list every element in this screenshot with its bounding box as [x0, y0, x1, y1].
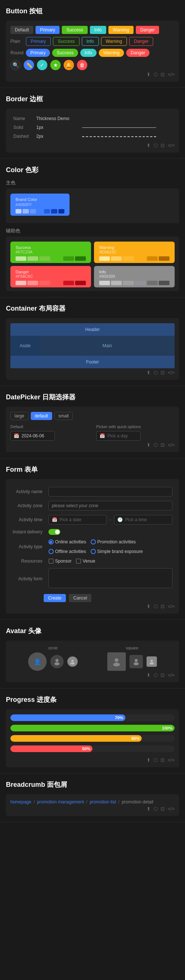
- toolbar-bookmark-icon[interactable]: ⬆: [146, 72, 151, 77]
- venue-check[interactable]: Venue: [76, 558, 95, 564]
- online-radio[interactable]: Online activities: [48, 539, 86, 544]
- breadcrumb-item-2[interactable]: promotion management: [37, 799, 84, 805]
- toolbar-icon-s[interactable]: ⊡: [161, 757, 165, 763]
- date-picker-input[interactable]: 📅 Pick a date: [48, 515, 107, 525]
- btn-warning[interactable]: Warning: [108, 26, 134, 34]
- toolbar-icon-d[interactable]: </>: [167, 370, 175, 375]
- btn-plain-info[interactable]: Info: [82, 37, 99, 46]
- brand-radio[interactable]: Simple brand exposure: [91, 549, 143, 554]
- btn-round-danger[interactable]: Danger: [126, 49, 150, 57]
- btn-round-info[interactable]: Info: [80, 49, 97, 57]
- resources-options: Sponsor Venue: [48, 558, 172, 564]
- toolbar-icon-3[interactable]: ⊡: [161, 143, 165, 148]
- activity-zone-select[interactable]: please select your zone: [48, 501, 172, 511]
- sponsor-check[interactable]: Sponsor: [48, 558, 72, 564]
- w-swatch-4: [135, 256, 146, 261]
- avatar-circle-group: circle 👤: [28, 646, 78, 671]
- btn-plain-danger[interactable]: Danger: [129, 37, 153, 46]
- button-plain-row: Plain Primary Success Info Warning Dange…: [10, 37, 175, 46]
- time-picker-input[interactable]: 🕐 Pick a time: [114, 515, 172, 525]
- color-title: Color 色彩: [6, 165, 179, 174]
- toolbar-icon-m[interactable]: ⬆: [146, 672, 151, 678]
- create-button[interactable]: Create: [43, 594, 66, 602]
- toolbar-icon-a[interactable]: ⬆: [146, 370, 151, 375]
- toolbar-icon-h[interactable]: </>: [167, 442, 175, 448]
- btn-round-primary[interactable]: Primary: [26, 49, 50, 57]
- toolbar-icon-t[interactable]: </>: [167, 757, 175, 763]
- progress-label-4: 50%: [82, 746, 90, 751]
- star-icon-circle[interactable]: ★: [50, 60, 61, 70]
- toolbar-icon-i[interactable]: ⬆: [146, 604, 151, 609]
- toolbar-icon-1[interactable]: ⬆: [146, 143, 151, 148]
- progress-demo: 70% 100% 80% 50%: [6, 709, 179, 767]
- btn-success[interactable]: Success: [62, 26, 87, 34]
- toolbar-expand-icon[interactable]: ⊡: [161, 72, 165, 77]
- btn-danger[interactable]: Danger: [136, 26, 159, 34]
- promotion-radio[interactable]: Promotion activities: [91, 539, 136, 544]
- breadcrumb-sep-3: /: [118, 799, 119, 805]
- activity-name-input[interactable]: [48, 487, 172, 496]
- promotion-radio-dot: [91, 539, 96, 544]
- btn-round-warning[interactable]: Warning: [99, 49, 124, 57]
- dp-default-col: Default 📅 2024-06-06: [10, 425, 89, 441]
- toolbar-icon-x[interactable]: </>: [167, 806, 175, 811]
- time-sep: -: [109, 517, 111, 522]
- toolbar-code-icon[interactable]: </>: [167, 72, 175, 77]
- btn-plain-warning[interactable]: Warning: [101, 37, 127, 46]
- offline-radio[interactable]: Offline activities: [48, 549, 86, 554]
- toolbar-icon-o[interactable]: ⊡: [161, 672, 165, 678]
- activity-form-textarea[interactable]: [48, 568, 172, 588]
- search-icon-circle[interactable]: 🔍: [10, 60, 21, 70]
- toolbar-icon-4[interactable]: </>: [167, 143, 175, 148]
- cancel-button[interactable]: Cancel: [69, 594, 92, 602]
- toolbar-icon-q[interactable]: ⬆: [146, 757, 151, 763]
- progress-section: Progress 进度条 70% 100% 80%: [0, 689, 185, 773]
- toolbar-icon-c[interactable]: ⊡: [161, 370, 165, 375]
- toolbar-copy-icon[interactable]: ⬡: [154, 72, 158, 77]
- edit-icon-circle[interactable]: ✏️: [24, 60, 34, 70]
- info-color-block: Info #909399: [94, 266, 175, 287]
- activity-form-cell: [47, 566, 174, 591]
- btn-round-success[interactable]: Success: [52, 49, 78, 57]
- toolbar-icon-k[interactable]: ⊡: [161, 604, 165, 609]
- instant-delivery-toggle[interactable]: [48, 529, 60, 535]
- toolbar-icon-l[interactable]: </>: [167, 604, 175, 609]
- toolbar-icon-v[interactable]: ⬡: [154, 806, 158, 811]
- toolbar-icon-n[interactable]: ⬡: [154, 672, 158, 678]
- trash-icon-circle[interactable]: 🗑: [77, 60, 87, 70]
- progress-label-3: 80%: [131, 736, 140, 741]
- svg-point-1: [55, 662, 60, 665]
- dp-tab-small[interactable]: small: [55, 412, 73, 420]
- toolbar-icon-g[interactable]: ⊡: [161, 442, 165, 448]
- btn-default[interactable]: Default: [10, 26, 33, 34]
- dp-tab-default[interactable]: default: [31, 412, 52, 420]
- avatar-square-medium: [130, 655, 143, 668]
- toolbar-icon-f[interactable]: ⬡: [154, 442, 158, 448]
- resources-cell: Sponsor Venue: [47, 557, 174, 566]
- toolbar-icon-r[interactable]: ⬡: [154, 757, 158, 763]
- s-swatch-5: [63, 256, 74, 261]
- info-label: Info: [99, 270, 169, 274]
- i-swatch-3: [123, 281, 134, 285]
- danger-label: Danger: [16, 270, 86, 274]
- progress-bg-4: 50%: [10, 745, 175, 752]
- toolbar-icon-w[interactable]: ⊡: [161, 806, 165, 811]
- dp-tab-large[interactable]: large: [10, 412, 29, 420]
- bell-icon-circle[interactable]: 🔔: [64, 60, 74, 70]
- check-icon-circle[interactable]: ✓: [37, 60, 47, 70]
- btn-plain-success[interactable]: Success: [53, 37, 79, 46]
- btn-info[interactable]: Info: [90, 26, 106, 34]
- btn-plain-primary[interactable]: Primary: [26, 37, 51, 46]
- btn-primary[interactable]: Primary: [35, 26, 60, 34]
- dp-picker-input[interactable]: 📅 Pick a day: [96, 431, 141, 441]
- breadcrumb-item-1[interactable]: homepage: [10, 799, 31, 805]
- toolbar-icon-u[interactable]: ⬆: [146, 806, 151, 811]
- container-section: Container 布局容器 Header Aside Main Footer …: [0, 298, 185, 386]
- breadcrumb-item-3[interactable]: promotion list: [90, 799, 116, 805]
- toolbar-icon-2[interactable]: ⬡: [154, 143, 158, 148]
- toolbar-icon-j[interactable]: ⬡: [154, 604, 158, 609]
- toolbar-icon-e[interactable]: ⬆: [146, 442, 151, 448]
- toolbar-icon-b[interactable]: ⬡: [154, 370, 158, 375]
- toolbar-icon-p[interactable]: </>: [167, 672, 175, 678]
- dp-default-input[interactable]: 📅 2024-06-06: [10, 431, 55, 441]
